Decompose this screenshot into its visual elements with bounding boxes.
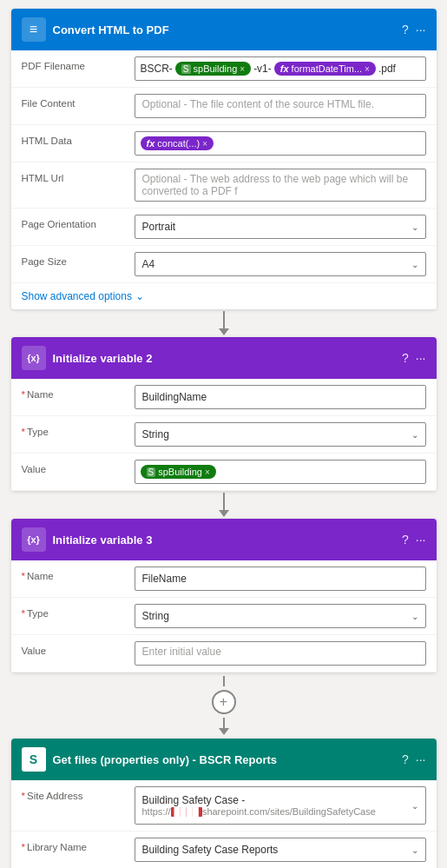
input-name-3[interactable]: [135, 567, 426, 591]
connector-line-2: [223, 718, 225, 728]
chevron-down-icon: ⌄: [411, 845, 418, 855]
label-file-content: File Content: [22, 94, 135, 109]
help-icon[interactable]: ?: [402, 533, 409, 547]
show-advanced-label: Show advanced options: [22, 290, 132, 302]
value-type-2[interactable]: String ⌄: [135, 422, 426, 447]
pdf-ext-text: .pdf: [378, 63, 396, 75]
card-title-getfiles: Get files (properties only) - BSCR Repor…: [53, 753, 396, 766]
getfiles-icon: S: [22, 747, 46, 772]
card-body-getfiles: Site Address Building Safety Case - http…: [11, 780, 437, 868]
field-file-content: File Content Optional - The file content…: [11, 88, 437, 125]
select-library-name[interactable]: Building Safety Case Reports ⌄: [135, 838, 426, 862]
label-value-2: Value: [22, 460, 135, 474]
card-header-init2: {x} Initialize variable 2 ? ···: [11, 337, 437, 379]
token-concat[interactable]: fx concat(...) ×: [141, 136, 214, 150]
bscr-text: BSCR-: [141, 63, 173, 75]
field-html-url: HTML Url Optional - The web address to t…: [11, 162, 437, 209]
redacted-bar: ████: [171, 807, 202, 817]
value-site-address[interactable]: Building Safety Case - https://████share…: [135, 786, 426, 825]
field-type-3: Type String ⌄: [11, 598, 437, 635]
label-type-2: Type: [22, 422, 135, 437]
card-init-var-2: {x} Initialize variable 2 ? ··· Name Typ…: [11, 337, 437, 491]
value-pdf-filename: BSCR- S spBuilding × -v1- fx formatDateT…: [135, 56, 426, 81]
value-file-content[interactable]: Optional - The file content of the sourc…: [135, 94, 426, 118]
header-actions-2: ? ···: [402, 351, 425, 365]
label-library-name: Library Name: [22, 838, 135, 852]
input-html-url[interactable]: Optional - The web address to the web pa…: [135, 169, 426, 202]
site-address-content: Building Safety Case - https://████share…: [142, 794, 411, 817]
value-name-2[interactable]: [135, 385, 426, 409]
value-val-2: S spBuilding ×: [135, 460, 426, 484]
more-icon[interactable]: ···: [416, 533, 426, 547]
card-title-convert: Convert HTML to PDF: [53, 23, 396, 36]
help-icon[interactable]: ?: [402, 351, 409, 365]
input-name-2[interactable]: [135, 385, 426, 409]
select-site-address[interactable]: Building Safety Case - https://████share…: [135, 786, 426, 825]
connector-line: [223, 311, 225, 328]
token-x-btn[interactable]: ×: [205, 467, 210, 477]
value-library-name[interactable]: Building Safety Case Reports ⌄: [135, 838, 426, 862]
connector-1: [219, 311, 229, 335]
value-val-3[interactable]: Enter initial value: [135, 641, 426, 666]
token-x-btn[interactable]: ×: [240, 64, 245, 74]
input-value-3[interactable]: Enter initial value: [135, 641, 426, 666]
more-icon[interactable]: ···: [416, 23, 426, 36]
value-page-size[interactable]: A4 ⌄: [135, 252, 426, 276]
show-advanced-btn[interactable]: Show advanced options ⌄: [11, 283, 437, 309]
token-spbuilding-2[interactable]: S spBuilding ×: [141, 465, 216, 479]
field-page-orientation: Page Orientation Portrait ⌄: [11, 209, 437, 246]
token-spbuilding-pdf[interactable]: S spBuilding ×: [175, 62, 251, 76]
select-page-size[interactable]: A4 ⌄: [135, 252, 426, 276]
token-label: concat(...): [157, 138, 200, 149]
convert-icon: ≡: [22, 17, 46, 42]
select-value: String: [142, 428, 169, 441]
label-type-3: Type: [22, 604, 135, 619]
select-type-2[interactable]: String ⌄: [135, 422, 426, 447]
sp-icon: S: [147, 467, 156, 477]
add-step-btn[interactable]: +: [212, 690, 236, 714]
label-site-address: Site Address: [22, 786, 135, 801]
card-convert-html-pdf: ≡ Convert HTML to PDF ? ··· PDF Filename…: [11, 9, 437, 309]
select-value: Building Safety Case Reports: [142, 844, 279, 856]
token-label: spBuilding: [158, 467, 202, 477]
select-page-orientation[interactable]: Portrait ⌄: [135, 215, 426, 239]
site-address-url: https://████sharepoint.com/sites/Buildin…: [142, 806, 411, 817]
field-type-2: Type String ⌄: [11, 416, 437, 454]
value-html-url[interactable]: Optional - The web address to the web pa…: [135, 169, 426, 202]
label-html-data: HTML Data: [22, 131, 135, 146]
card-title-init3: Initialize variable 3: [53, 533, 396, 547]
chevron-down-icon: ⌄: [135, 290, 144, 302]
arrow-down-icon: [219, 510, 229, 517]
token-label: formatDateTim...: [292, 63, 363, 74]
field-name-3: Name: [11, 560, 437, 598]
field-library-name: Library Name Building Safety Case Report…: [11, 832, 437, 868]
more-icon[interactable]: ···: [416, 351, 426, 365]
chevron-down-icon: ⌄: [411, 612, 418, 621]
more-icon[interactable]: ···: [416, 752, 426, 766]
connector-line: [223, 493, 225, 510]
value-name-3[interactable]: [135, 567, 426, 591]
card-body-convert: PDF Filename BSCR- S spBuilding × -v1- f…: [11, 50, 437, 309]
card-body-init2: Name Type String ⌄ Value: [11, 379, 437, 491]
help-icon[interactable]: ?: [402, 752, 409, 766]
connector-plus-area: +: [212, 676, 236, 735]
input-file-content[interactable]: Optional - The file content of the sourc…: [135, 94, 426, 118]
field-name-2: Name: [11, 379, 437, 416]
value-type-3[interactable]: String ⌄: [135, 604, 426, 628]
fx-icon: fx: [147, 138, 155, 149]
card-header-convert: ≡ Convert HTML to PDF ? ···: [11, 9, 437, 50]
token-x-btn[interactable]: ×: [365, 64, 370, 74]
select-type-3[interactable]: String ⌄: [135, 604, 426, 628]
arrow-down-icon: [219, 728, 229, 735]
select-value: A4: [142, 258, 155, 270]
label-page-size: Page Size: [22, 252, 135, 267]
token-format-date[interactable]: fx formatDateTim... ×: [274, 62, 376, 76]
chevron-down-icon: ⌄: [411, 430, 418, 440]
init3-icon: {x}: [22, 527, 46, 552]
token-x-btn[interactable]: ×: [202, 139, 207, 149]
label-pdf-filename: PDF Filename: [22, 56, 135, 71]
value-page-orientation[interactable]: Portrait ⌄: [135, 215, 426, 239]
help-icon[interactable]: ?: [402, 23, 409, 36]
card-init-var-3: {x} Initialize variable 3 ? ··· Name Typ…: [11, 519, 437, 673]
token-label: spBuilding: [194, 63, 238, 74]
